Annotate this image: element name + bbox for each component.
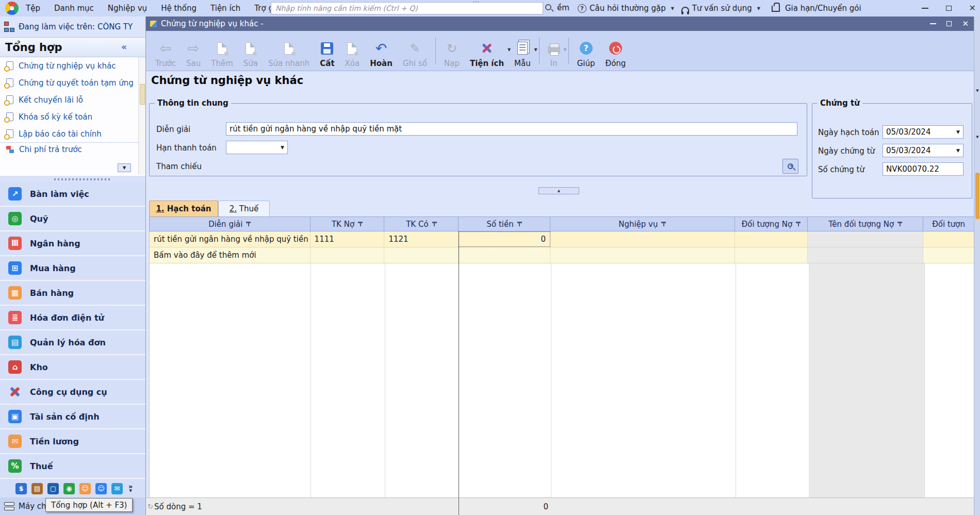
menu-tien-ich[interactable]: Tiện ích: [210, 4, 240, 13]
faq-dropdown-icon[interactable]: ▼: [671, 6, 674, 11]
search-icon[interactable]: [545, 4, 551, 10]
dialog-close-button[interactable]: ✕: [962, 20, 969, 28]
toolbar-post-button[interactable]: ✎ Ghi sổ: [398, 34, 432, 68]
calculator-money-icon[interactable]: $: [15, 483, 27, 494]
col-header-dien-giai[interactable]: Diễn giải: [150, 217, 311, 231]
module-kho[interactable]: ⌂ Kho: [0, 355, 145, 380]
faq-link[interactable]: Câu hỏi thường gặp: [590, 4, 666, 13]
renew-link[interactable]: Gia hạn/Chuyển gói: [785, 4, 861, 13]
sidebar-item-ket-chuyen-lai-lo[interactable]: Kết chuyển lãi lỗ: [0, 91, 138, 108]
collapse-header-button[interactable]: ▲: [538, 187, 579, 194]
scrollbar-thumb[interactable]: [975, 173, 979, 219]
restore-button[interactable]: [946, 6, 952, 11]
combo-arrow-icon[interactable]: ▼: [956, 148, 960, 153]
pin-icon[interactable]: [517, 222, 522, 226]
scroll-marker-icon[interactable]: ▼: [974, 135, 980, 139]
col-header-doi-tuong-no[interactable]: Đối tượng Nợ: [735, 217, 808, 231]
payment-term-combo[interactable]: ▼: [226, 141, 288, 154]
dialog-minimize-button[interactable]: [930, 23, 936, 24]
document-number-input[interactable]: [883, 162, 963, 176]
money-bag-icon[interactable]: ◉: [63, 483, 75, 494]
main-window-scrollbar[interactable]: ▼ ▼: [974, 16, 980, 515]
module-ban-hang[interactable]: ▦ Bán hàng: [0, 281, 145, 306]
sidebar-item-lap-bao-cao[interactable]: Lập báo cáo tài chính: [0, 125, 138, 142]
dialog-maximize-button[interactable]: [946, 21, 952, 26]
description-input[interactable]: [226, 122, 797, 136]
combo-arrow-icon[interactable]: ▼: [281, 145, 284, 150]
toolbar-close-button[interactable]: Đóng: [600, 34, 631, 68]
cell-doi-tuong-no[interactable]: [735, 231, 808, 247]
add-row-hint[interactable]: Bấm vào đây để thêm mới: [150, 247, 311, 263]
module-ban-lam-viec[interactable]: ↗ Bàn làm việc: [0, 182, 145, 207]
cell-dien-giai[interactable]: rút tiền gửi ngân hàng về nhập quỹ tiền: [150, 231, 311, 247]
reference-zoom-button[interactable]: [782, 159, 798, 174]
toolbar-edit-button[interactable]: Sửa: [238, 34, 263, 68]
support-dropdown-icon[interactable]: ▼: [757, 6, 760, 11]
ledger-book-icon[interactable]: ▤: [31, 483, 43, 494]
toolbar-add-button[interactable]: Thêm: [206, 34, 238, 68]
document-date-picker[interactable]: 05/03/2024 ▼: [883, 144, 963, 157]
sidebar-item-chung-tu-nghiep-vu-khac[interactable]: Chứng từ nghiệp vụ khác: [0, 57, 138, 74]
col-header-nghiep-vu[interactable]: Nghiệp vụ: [550, 217, 735, 231]
col-header-tk-no[interactable]: TK Nợ: [311, 217, 385, 231]
module-cong-cu-dung-cu[interactable]: Công cụ dụng cụ: [0, 380, 145, 405]
module-quy[interactable]: ◎ Quỹ: [0, 207, 145, 231]
col-header-tk-co[interactable]: TK Có: [384, 217, 459, 231]
toolbar-help-button[interactable]: ? Giúp: [572, 34, 600, 68]
toolbar-delete-button[interactable]: Xóa: [340, 34, 365, 68]
module-ngan-hang[interactable]: Ⅲ Ngân hàng: [0, 231, 145, 256]
menu-nghiep-vu[interactable]: Nghiệp vụ: [108, 4, 147, 13]
customer-icon[interactable]: ☺: [79, 483, 91, 494]
pin-icon[interactable]: [246, 222, 251, 226]
cell-so-tien-focused[interactable]: 0: [459, 231, 550, 247]
toolbar-save-button[interactable]: Cất: [315, 34, 339, 68]
module-thue[interactable]: % Thuế: [0, 454, 145, 479]
grid-add-row[interactable]: Bấm vào đây để thêm mới: [149, 247, 974, 263]
toolbar-undo-button[interactable]: ↶ Hoàn: [365, 34, 398, 68]
dialog-titlebar[interactable]: Chứng từ nghiệp vụ khác - ✕: [146, 16, 974, 31]
menu-tep[interactable]: Tệp: [26, 4, 40, 13]
tab-hach-toan[interactable]: 1. Hạch toán: [149, 201, 218, 217]
pin-icon[interactable]: [796, 222, 801, 226]
module-tai-san-co-dinh[interactable]: ▣ Tài sản cố định: [0, 405, 145, 429]
combo-arrow-icon[interactable]: ▼: [956, 129, 960, 135]
col-header-doi-tuong-co[interactable]: Đối tượn: [923, 217, 974, 231]
more-modules-button[interactable]: » ▼: [128, 484, 133, 493]
sidebar-item-chung-tu-quyet-toan[interactable]: Chứng từ quyết toán tạm ứng: [0, 74, 138, 91]
pin-icon[interactable]: [432, 222, 437, 226]
minimize-button[interactable]: [922, 8, 928, 9]
sidebar-item-chi-phi-tra-truoc[interactable]: Chi phí trả trước: [0, 142, 138, 156]
sidebar-item-khoa-so[interactable]: Khóa sổ kỳ kế toán: [0, 108, 138, 125]
scroll-up-icon[interactable]: ▼: [974, 89, 980, 93]
toolbar-utilities-button[interactable]: Tiện ích ▼: [465, 34, 509, 68]
search-input[interactable]: [271, 3, 543, 13]
menu-he-thong[interactable]: Hệ thống: [161, 4, 197, 13]
col-header-so-tien[interactable]: Số tiền: [459, 217, 550, 231]
module-tien-luong[interactable]: ✉ Tiền lương: [0, 429, 145, 454]
pin-icon[interactable]: [897, 222, 902, 226]
toolbar-previous-button[interactable]: ⇦ Trước: [150, 34, 181, 68]
list-dropdown-button[interactable]: ▼: [118, 163, 131, 172]
grid-body[interactable]: [149, 263, 974, 497]
module-mua-hang[interactable]: ⊞ Mua hàng: [0, 256, 145, 281]
module-quan-ly-hoa-don[interactable]: ▤ Quản lý hóa đơn: [0, 330, 145, 355]
toolbar-template-button[interactable]: Mẫu ▼: [509, 34, 536, 68]
tab-thue[interactable]: 2. Thuế: [218, 201, 270, 217]
template-dropdown-icon[interactable]: ▼: [534, 47, 537, 52]
close-button[interactable]: ✕: [969, 4, 976, 12]
cell-tk-no[interactable]: 1111: [311, 231, 385, 247]
print-dropdown-icon[interactable]: ▼: [564, 47, 567, 52]
cell-doi-tuong-co[interactable]: [923, 231, 974, 247]
feature-search[interactable]: [271, 2, 543, 14]
mailbox-icon[interactable]: ✉: [111, 483, 123, 494]
menu-danh-muc[interactable]: Danh mục: [54, 4, 94, 13]
pin-icon[interactable]: [358, 222, 363, 226]
archive-box-icon[interactable]: ▢: [47, 483, 59, 494]
posting-date-picker[interactable]: 05/03/2024 ▼: [883, 125, 963, 139]
grid-row-1[interactable]: rút tiền gửi ngân hàng về nhập quỹ tiền …: [149, 231, 974, 247]
employee-icon[interactable]: ☺: [95, 483, 107, 494]
module-hoa-don-dien-tu[interactable]: ≣ Hóa đơn điện tử: [0, 306, 145, 330]
col-header-ten-doi-tuong-no[interactable]: Tên đối tượng Nợ: [808, 217, 923, 231]
toolbar-print-button[interactable]: In ▼: [543, 34, 565, 68]
toolbar-next-button[interactable]: ⇨ Sau: [181, 34, 206, 68]
